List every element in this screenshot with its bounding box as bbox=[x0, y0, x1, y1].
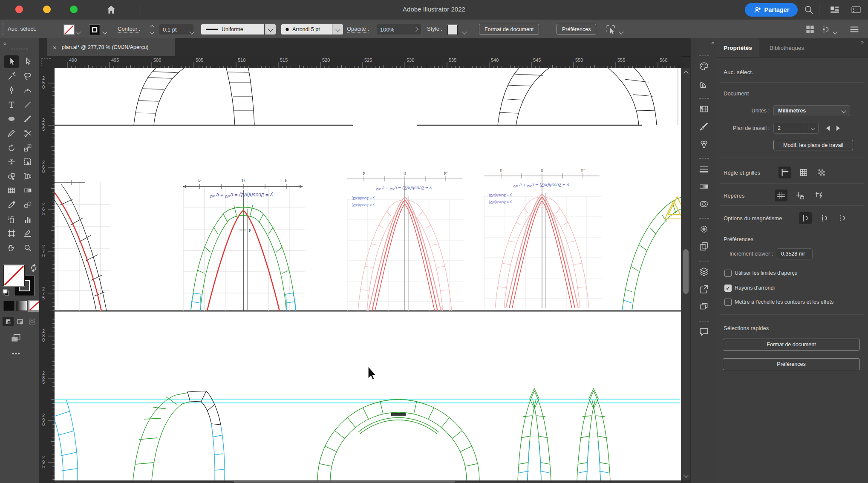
dock-collapse-icon[interactable]: « bbox=[711, 40, 714, 46]
line-segment-tool[interactable] bbox=[20, 98, 35, 111]
dock-grip[interactable] bbox=[699, 55, 709, 56]
screen-mode-icon[interactable] bbox=[10, 332, 27, 347]
artboards-panel-button[interactable] bbox=[697, 300, 711, 313]
stroke-weight-stepper[interactable] bbox=[148, 24, 156, 35]
shape-builder-tool[interactable] bbox=[4, 170, 19, 183]
color-panel-button[interactable] bbox=[697, 60, 711, 73]
show-rulers-button[interactable] bbox=[779, 167, 791, 178]
magic-wand-tool[interactable] bbox=[4, 70, 19, 83]
zoom-tool[interactable] bbox=[20, 242, 35, 254]
toolbar-grip[interactable] bbox=[11, 49, 28, 49]
brushes-panel-button[interactable] bbox=[697, 120, 711, 133]
canvas[interactable]: 4 0 -4 y = 2cosh(x/2) = ex/2 + e-x/2 4 bbox=[55, 68, 681, 480]
dock-grip[interactable] bbox=[699, 158, 709, 159]
layers-panel-button[interactable] bbox=[697, 265, 711, 279]
tab-proprietes[interactable]: Propriétés bbox=[717, 38, 759, 57]
quick-document-setup-button[interactable]: Format de document bbox=[723, 339, 860, 351]
toolbar-collapse-icon[interactable]: « bbox=[3, 40, 6, 46]
draw-normal-button[interactable] bbox=[3, 317, 14, 326]
document-setup-button[interactable]: Format de document bbox=[479, 24, 539, 34]
column-graph-tool[interactable] bbox=[20, 213, 35, 226]
show-guides-button[interactable] bbox=[775, 190, 787, 201]
graphic-styles-panel-button[interactable] bbox=[697, 240, 711, 253]
paintbrush-tool[interactable] bbox=[20, 112, 35, 125]
gradient-tool[interactable] bbox=[20, 184, 35, 197]
edit-toolbar-icon[interactable]: ••• bbox=[12, 350, 21, 357]
keyboard-increment-field[interactable]: 0,3528 mr bbox=[777, 248, 813, 259]
blend-tool[interactable] bbox=[20, 198, 35, 211]
shaper-tool[interactable] bbox=[4, 127, 19, 140]
style-dropdown-icon[interactable] bbox=[463, 28, 466, 35]
isolate-selection-icon[interactable] bbox=[605, 24, 616, 35]
dock-grip[interactable] bbox=[699, 218, 709, 219]
horizontal-scrollbar[interactable] bbox=[55, 480, 681, 483]
stroke-weight-field[interactable]: 0,1 pt bbox=[159, 24, 193, 34]
snap-point-button[interactable] bbox=[799, 212, 812, 224]
touch-workspace-icon[interactable] bbox=[851, 4, 862, 15]
transparency-panel-button[interactable] bbox=[697, 197, 711, 211]
brush-select[interactable]: Arrondi 5 pt bbox=[281, 24, 337, 34]
comments-panel-button[interactable] bbox=[697, 325, 711, 339]
artboard-dropdown[interactable] bbox=[808, 123, 819, 134]
quick-preferences-button[interactable]: Préférences bbox=[723, 358, 860, 370]
ellipse-tool[interactable] bbox=[4, 112, 19, 125]
dock-grip[interactable] bbox=[699, 261, 709, 262]
snap-guides-button[interactable] bbox=[813, 190, 826, 201]
vertical-scroll-thumb[interactable] bbox=[683, 249, 689, 294]
fill-dropdown-icon[interactable] bbox=[77, 28, 80, 35]
width-tool[interactable] bbox=[4, 155, 19, 168]
share-button[interactable]: Partager bbox=[745, 3, 798, 17]
mesh-tool[interactable] bbox=[4, 184, 19, 197]
panel-collapse-icon[interactable]: » bbox=[861, 39, 864, 45]
artboard-field[interactable]: 2 bbox=[773, 123, 808, 134]
horizontal-ruler[interactable]: 4904955005055105155205255305355405455505… bbox=[55, 56, 681, 69]
artboard-tool[interactable] bbox=[4, 227, 19, 240]
snap-options-icon[interactable] bbox=[821, 24, 832, 35]
slice-tool[interactable] bbox=[20, 227, 35, 240]
rotate-tool[interactable] bbox=[4, 141, 19, 154]
show-grid-button[interactable] bbox=[797, 167, 810, 178]
vertical-scrollbar[interactable] bbox=[681, 68, 691, 480]
document-tab[interactable]: × plan.ai* @ 277,78 % (CMJN/Aperçu) bbox=[47, 38, 175, 56]
search-icon[interactable] bbox=[803, 4, 814, 15]
horizontal-scroll-thumb[interactable] bbox=[234, 481, 455, 483]
dock-grip[interactable] bbox=[699, 321, 709, 322]
edit-artboards-button[interactable]: Modif. les plans de travail bbox=[773, 140, 853, 150]
eyedropper-tool[interactable] bbox=[4, 198, 19, 211]
checkbox-scale-strokes[interactable] bbox=[724, 299, 732, 306]
tab-close-icon[interactable]: × bbox=[53, 44, 57, 51]
color-mode-button[interactable] bbox=[3, 301, 14, 311]
direct-selection-tool[interactable] bbox=[20, 55, 35, 68]
checkbox-corner-radius[interactable]: ✓ bbox=[724, 285, 732, 292]
opacity-label[interactable]: Opacité : bbox=[347, 26, 369, 32]
swatches-panel-button[interactable] bbox=[697, 102, 711, 116]
lasso-tool[interactable] bbox=[20, 70, 35, 83]
stroke-swatch[interactable] bbox=[89, 25, 100, 35]
scissors-tool[interactable] bbox=[20, 127, 35, 140]
fill-color-indicator[interactable] bbox=[3, 265, 25, 286]
width-profile-select[interactable]: Uniforme bbox=[201, 24, 264, 34]
gradient-mode-button[interactable] bbox=[16, 301, 27, 311]
lock-guides-button[interactable] bbox=[794, 190, 807, 201]
none-mode-button[interactable] bbox=[29, 301, 40, 311]
hand-tool[interactable] bbox=[4, 242, 19, 254]
appearance-panel-button[interactable] bbox=[697, 222, 711, 236]
brush-dropdown-icon[interactable] bbox=[332, 24, 343, 34]
tab-bibliotheques[interactable]: Bibliothèques bbox=[763, 38, 811, 57]
workspace-layout-icon[interactable] bbox=[829, 4, 840, 15]
pen-tool[interactable] bbox=[4, 84, 19, 97]
isolate-dropdown-icon[interactable] bbox=[620, 28, 623, 35]
controlbar-grip[interactable] bbox=[3, 23, 3, 35]
show-transparency-grid-button[interactable] bbox=[815, 167, 828, 178]
next-artboard-icon[interactable] bbox=[836, 126, 840, 131]
prev-artboard-icon[interactable] bbox=[826, 126, 830, 131]
swap-fill-stroke-icon[interactable] bbox=[29, 263, 38, 273]
free-transform-tool[interactable] bbox=[20, 155, 35, 168]
dock-grip[interactable] bbox=[699, 98, 709, 99]
opacity-field[interactable]: 100% bbox=[377, 24, 421, 34]
width-profile-dropdown-icon[interactable] bbox=[265, 24, 276, 34]
vertical-ruler[interactable]: 250255260265270275280285290295 bbox=[39, 68, 55, 483]
controlbar-menu-icon[interactable] bbox=[849, 24, 860, 35]
snap-pixel-button[interactable] bbox=[836, 212, 849, 224]
asset-export-panel-button[interactable] bbox=[697, 282, 711, 296]
